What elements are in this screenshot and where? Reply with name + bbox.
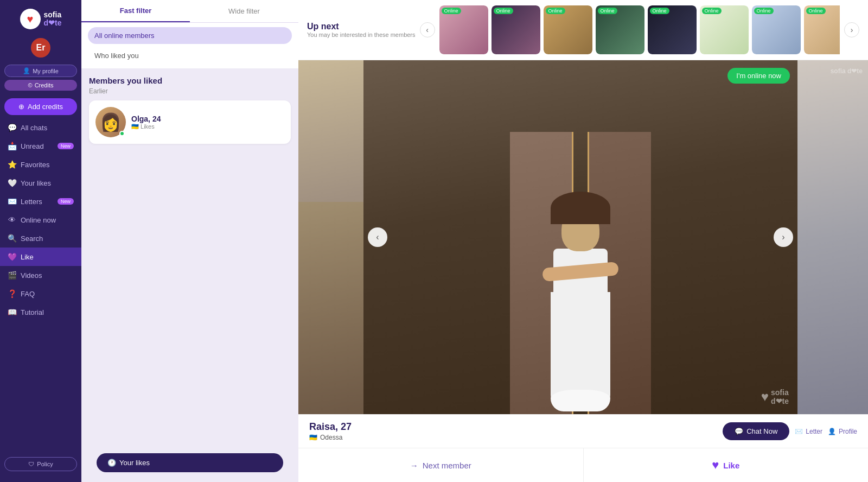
member-thumb-2[interactable]: Online (492, 5, 540, 54)
member-thumb-4[interactable]: Online (596, 5, 644, 54)
online-badge-8: Online (806, 8, 826, 14)
sidebar-item-favorites[interactable]: ⭐ Favorites (0, 155, 81, 174)
sidebar-item-your-likes[interactable]: 🤍 Your likes (0, 174, 81, 192)
credits-label: Credits (35, 82, 54, 88)
likes-label: 🇺🇦 Likes (131, 123, 161, 130)
member-thumb-7[interactable]: Online (752, 5, 801, 54)
sidebar-footer: 🛡 Policy (0, 452, 81, 477)
online-badge-1: Online (442, 8, 461, 14)
online-now-button[interactable]: I'm online now (727, 68, 790, 84)
scroll-left-button[interactable]: ‹ (420, 22, 435, 37)
letters-label: Letters (21, 198, 42, 206)
letter-label: Letter (806, 428, 822, 435)
arrow-right-icon: → (410, 461, 418, 470)
sidebar-item-like[interactable]: 💜 Like (0, 248, 81, 266)
member-thumb-3[interactable]: Online (544, 5, 592, 54)
letter-button[interactable]: ✉️ Letter (795, 428, 822, 435)
your-likes-nav-label: Your likes (21, 179, 51, 187)
watermark: ♥ sofiad❤te (761, 388, 789, 405)
sidebar-item-letters[interactable]: ✉️ Letters New (0, 192, 81, 211)
tutorial-icon: 📖 (8, 308, 16, 316)
main-content: Up next You may be interested in these m… (298, 0, 868, 482)
unread-icon: 📩 (8, 142, 16, 150)
up-next-title: Up next (307, 22, 416, 31)
sidebar-item-unread[interactable]: 📩 Unread New (0, 137, 81, 155)
top-members-bar: Up next You may be interested in these m… (298, 0, 868, 60)
wide-filter-tab[interactable]: Wide filter (190, 0, 298, 22)
your-likes-button[interactable]: 🕐 Your likes (97, 453, 283, 472)
profile-info-bar: Raisa, 27 🇺🇦 Odessa 💬 Chat Now ✉️ Letter… (298, 414, 868, 448)
members-liked-title: Members you liked (89, 76, 291, 85)
next-member-button[interactable]: → Next member (298, 448, 583, 482)
chat-icon: 💬 (735, 427, 743, 435)
profile-area: ‹ › I'm online now ♥ sofiad❤te sofia d❤t… (298, 60, 868, 482)
profile-name-age: Raisa, 27 (309, 421, 352, 433)
add-credits-label: Add credits (28, 103, 63, 111)
profile-action-buttons: 💬 Chat Now ✉️ Letter 👤 Profile (723, 422, 857, 440)
fast-filter-tab[interactable]: Fast filter (81, 0, 190, 22)
user-avatar[interactable]: Er (31, 38, 50, 58)
member-thumb-5[interactable]: Online (648, 5, 697, 54)
online-now-icon: 👁 (8, 215, 16, 224)
member-name: Olga, 24 (131, 115, 161, 123)
sidebar-item-search[interactable]: 🔍 Search (0, 229, 81, 248)
sidebar-item-tutorial[interactable]: 📖 Tutorial (0, 303, 81, 321)
chats-icon: 💬 (8, 123, 16, 132)
gallery-next-button[interactable]: › (774, 227, 793, 247)
sidebar-item-faq[interactable]: ❓ FAQ (0, 284, 81, 303)
gallery-image-right: sofia d❤te (797, 60, 868, 414)
user-icon: 👤 (23, 67, 30, 74)
profile-location: 🇺🇦 Odessa (309, 434, 352, 441)
all-chats-label: All chats (21, 124, 47, 132)
member-thumb-8[interactable]: Online (804, 5, 840, 54)
your-likes-btn-label: Your likes (119, 459, 150, 467)
like-label: Like (723, 461, 739, 470)
sidebar-top-buttons: Er 👤 My profile © Credits (0, 38, 81, 91)
online-badge-2: Online (494, 8, 513, 14)
online-now-label: Online now (21, 216, 56, 224)
online-badge-6: Online (702, 8, 722, 14)
my-profile-button[interactable]: 👤 My profile (4, 65, 77, 77)
chat-now-button[interactable]: 💬 Chat Now (723, 422, 789, 440)
add-credits-button[interactable]: ⊕ Add credits (4, 98, 77, 115)
members-liked-subtitle: Earlier (89, 87, 291, 95)
online-badge-3: Online (546, 8, 565, 14)
policy-button[interactable]: 🛡 Policy (4, 457, 77, 471)
sidebar-item-all-chats[interactable]: 💬 All chats (0, 118, 81, 137)
chat-now-label: Chat Now (746, 427, 777, 435)
like-nav-label: Like (21, 253, 34, 261)
sidebar-item-online-now[interactable]: 👁 Online now (0, 211, 81, 229)
logo-icon: ♥ (20, 9, 41, 29)
watermark-text: sofiad❤te (771, 388, 789, 405)
online-badge-7: Online (754, 8, 774, 14)
faq-label: FAQ (21, 290, 35, 298)
policy-icon: 🛡 (28, 461, 34, 467)
app-logo: ♥ sofiad❤te (15, 5, 67, 33)
like-button[interactable]: ♥ Like (583, 448, 869, 482)
sidebar-item-videos[interactable]: 🎬 Videos (0, 266, 81, 284)
member-card-olga[interactable]: 👩 Olga, 24 🇺🇦 Likes (89, 100, 291, 144)
online-badge-4: Online (598, 8, 617, 14)
profile-gallery: ‹ › I'm online now ♥ sofiad❤te sofia d❤t… (298, 60, 868, 414)
all-online-option[interactable]: All online members (88, 27, 292, 44)
who-liked-option[interactable]: Who liked you (88, 47, 292, 64)
gallery-image-left (298, 60, 363, 414)
location-text: Odessa (320, 434, 342, 441)
scroll-right-button[interactable]: › (844, 22, 859, 37)
profile-details: Raisa, 27 🇺🇦 Odessa (309, 421, 352, 441)
unread-badge: New (58, 143, 74, 149)
search-icon: 🔍 (8, 234, 16, 243)
sidebar-nav: 💬 All chats 📩 Unread New ⭐ Favorites 🤍 Y… (0, 118, 81, 321)
bottom-actions: → Next member ♥ Like (298, 448, 868, 482)
gallery-prev-button[interactable]: ‹ (368, 227, 387, 247)
filter-tabs: Fast filter Wide filter (81, 0, 298, 23)
member-thumb-6[interactable]: Online (700, 5, 749, 54)
member-thumb-1[interactable]: Online (439, 5, 488, 54)
credits-button[interactable]: © Credits (4, 80, 77, 91)
filter-options: All online members Who liked you (81, 23, 298, 68)
view-profile-button[interactable]: 👤 Profile (828, 428, 857, 435)
member-info: Olga, 24 🇺🇦 Likes (131, 115, 161, 130)
right-photo-bg (797, 60, 868, 414)
person-icon: 👤 (828, 428, 836, 435)
ukraine-flag-icon: 🇺🇦 (309, 434, 317, 441)
